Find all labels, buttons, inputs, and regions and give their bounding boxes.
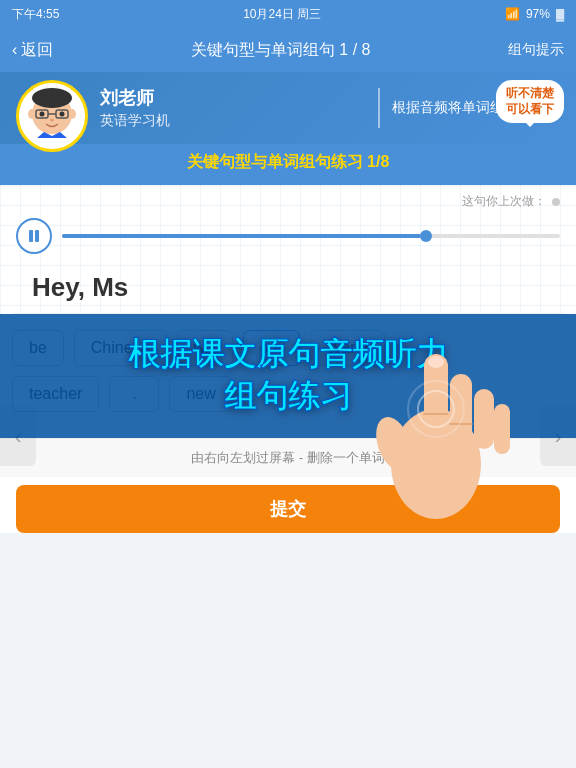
svg-rect-10: [29, 230, 33, 242]
svg-point-2: [28, 109, 36, 119]
status-bar: 下午4:55 10月24日 周三 📶 97% ▓: [0, 0, 576, 28]
content-area: 这句你上次做： Hey, Ms: [0, 185, 576, 768]
back-button[interactable]: ‹ 返回: [12, 40, 53, 61]
audio-progress-bar[interactable]: [62, 234, 560, 238]
chips-area: ‹ › be Chinese: [0, 314, 576, 438]
tutorial-overlay[interactable]: 根据课文原句音频听力 组句练习: [0, 314, 576, 438]
pause-button[interactable]: [16, 218, 52, 254]
status-date: 10月24日 周三: [243, 6, 321, 23]
last-time-dot: [552, 198, 560, 206]
sentence-display: Hey, Ms: [12, 262, 564, 314]
banner-divider: [378, 88, 380, 128]
exercise-card: 这句你上次做： Hey, Ms: [0, 185, 576, 438]
back-chevron-icon: ‹: [12, 41, 17, 59]
svg-point-3: [68, 109, 76, 119]
wifi-icon: 📶: [505, 7, 520, 21]
page-wrapper: 下午4:55 10月24日 周三 📶 97% ▓ ‹ 返回 关键句型与单词组句 …: [0, 0, 576, 768]
audio-progress-thumb: [420, 230, 432, 242]
exercise-total: 8: [380, 153, 389, 170]
last-time-label: 这句你上次做：: [462, 193, 546, 210]
audio-player: [0, 214, 576, 262]
svg-rect-15: [474, 389, 494, 449]
status-time: 下午4:55: [12, 6, 59, 23]
submit-label: 提交: [270, 497, 306, 521]
back-label: 返回: [21, 40, 53, 61]
exercise-header: 关键句型与单词组句练习 1/8: [0, 144, 576, 185]
hint-button[interactable]: 组句提示: [508, 41, 564, 59]
banner-teacher-info: 刘老师 英语学习机: [100, 86, 366, 130]
status-right: 📶 97% ▓: [505, 7, 564, 21]
app-name: 英语学习机: [100, 112, 366, 130]
tip-line1: 听不清楚: [506, 86, 554, 100]
svg-point-20: [428, 356, 444, 368]
audio-progress-fill: [62, 234, 421, 238]
svg-rect-11: [35, 230, 39, 242]
svg-point-8: [60, 112, 65, 117]
svg-point-9: [50, 119, 54, 122]
listen-tip: 听不清楚 可以看下: [496, 80, 564, 123]
nav-bar: ‹ 返回 关键句型与单词组句 1 / 8 组句提示: [0, 28, 576, 72]
exercise-current: 1: [367, 153, 376, 170]
teacher-avatar: [16, 80, 88, 152]
banner: 刘老师 英语学习机 根据音频将单词组合成句子 听不清楚 可以看下: [0, 72, 576, 144]
current-sentence: Hey, Ms: [32, 272, 128, 302]
hand-illustration: [356, 324, 516, 524]
svg-rect-16: [494, 404, 510, 454]
battery-percent: 97%: [526, 7, 550, 21]
last-time-row: 这句你上次做：: [0, 185, 576, 214]
teacher-name: 刘老师: [100, 86, 366, 110]
svg-point-7: [40, 112, 45, 117]
nav-title: 关键句型与单词组句 1 / 8: [191, 40, 371, 61]
tip-line2: 可以看下: [506, 102, 554, 116]
exercise-title: 关键句型与单词组句练习: [187, 153, 367, 170]
svg-point-1: [32, 88, 72, 108]
battery-icon: ▓: [556, 8, 564, 20]
